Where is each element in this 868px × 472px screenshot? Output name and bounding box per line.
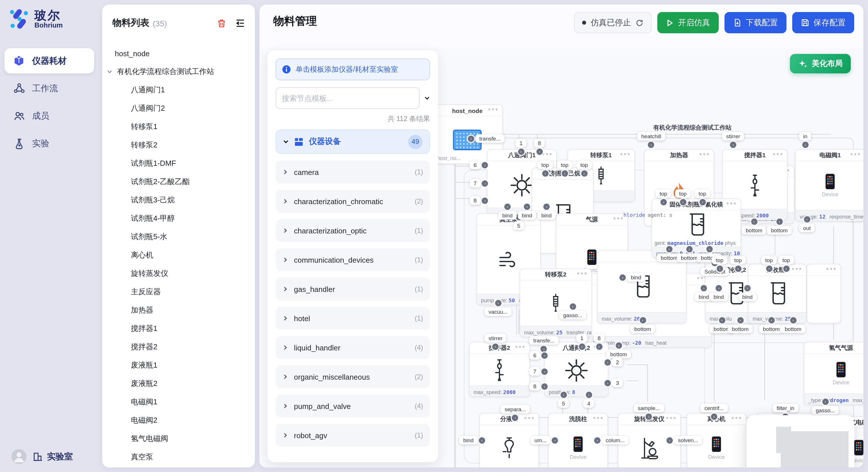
- tree-item[interactable]: 旋转蒸发仪: [102, 264, 255, 283]
- search-input[interactable]: [276, 87, 420, 109]
- refresh-icon[interactable]: [636, 19, 644, 27]
- port-bottom[interactable]: bottom›: [606, 350, 631, 359]
- port-dot-icon[interactable]: ›: [737, 317, 743, 324]
- port-dot-icon[interactable]: ›: [619, 274, 626, 280]
- port-dot-icon[interactable]: ›: [541, 346, 547, 352]
- category-item-organic_miscellaneous[interactable]: organic_miscellaneous(2): [276, 365, 430, 388]
- port-bind[interactable]: bind›: [459, 436, 477, 444]
- port-7[interactable]: 7›: [470, 179, 481, 188]
- port-dot-icon[interactable]: ›: [504, 204, 510, 210]
- port-top[interactable]: top›: [712, 256, 727, 264]
- collapse-tree-icon[interactable]: [235, 18, 246, 29]
- port-dot-icon[interactable]: ›: [594, 437, 600, 443]
- port-dot-icon[interactable]: ›: [468, 135, 474, 142]
- node-menu-icon[interactable]: ●●●: [593, 415, 604, 420]
- tree-item[interactable]: 试剂瓶4-甲醇: [102, 209, 255, 228]
- port-heatchill[interactable]: heatchill›: [637, 132, 665, 140]
- beautify-layout-button[interactable]: 美化布局: [790, 54, 851, 73]
- port-4[interactable]: 4›: [583, 399, 594, 408]
- port-dot-icon[interactable]: ›: [716, 266, 723, 272]
- node-menu-icon[interactable]: ●●●: [542, 151, 553, 157]
- port-dot-icon[interactable]: ›: [719, 317, 725, 324]
- sidebar-item-实验[interactable]: 实验: [5, 131, 94, 156]
- port-sample...[interactable]: sample...›: [634, 404, 664, 412]
- port-6[interactable]: 6›: [529, 351, 540, 360]
- port-bottom[interactable]: bottom›: [742, 226, 766, 235]
- node-menu-icon[interactable]: ●●●: [826, 266, 837, 271]
- port-centrif...[interactable]: centrif...›: [701, 404, 728, 412]
- tree-item[interactable]: 真空泵: [102, 448, 255, 466]
- port-dot-icon[interactable]: ›: [706, 246, 712, 252]
- port-8[interactable]: 8›: [529, 382, 540, 391]
- port-dot-icon[interactable]: ›: [479, 437, 485, 443]
- port-top[interactable]: top›: [557, 161, 572, 169]
- port-dot-icon[interactable]: ›: [604, 359, 611, 365]
- canvas-node-转移泵2[interactable]: 转移泵2●●●max_volume: 25transfer_rate: 10: [520, 268, 592, 337]
- category-group-instruments[interactable]: 仪器设备 49: [276, 130, 430, 154]
- port-dot-icon[interactable]: ›: [744, 285, 751, 291]
- port-dot-icon[interactable]: ›: [586, 392, 592, 398]
- canvas-node-八通阀门2[interactable]: 八通阀门2●●●positions: 8: [544, 342, 609, 397]
- port-gasso...[interactable]: gasso...›: [812, 406, 839, 415]
- tree-item[interactable]: 主反应器: [102, 283, 255, 301]
- port-5[interactable]: 5›: [558, 399, 569, 408]
- port-dot-icon[interactable]: ›: [579, 343, 585, 350]
- port-stirrer[interactable]: stirrer›: [485, 334, 507, 342]
- port-top[interactable]: top›: [778, 256, 794, 264]
- port-dot-icon[interactable]: ›: [711, 413, 717, 420]
- port-dot-icon[interactable]: ›: [518, 148, 524, 155]
- node-menu-icon[interactable]: ●●●: [732, 415, 742, 420]
- port-dot-icon[interactable]: ›: [482, 162, 488, 168]
- port-dot-icon[interactable]: ›: [581, 170, 587, 177]
- tree-item[interactable]: 加热器: [102, 301, 255, 319]
- category-item-robot_agv[interactable]: robot_agv(1): [276, 424, 430, 447]
- port-bottom[interactable]: bottom›: [767, 226, 792, 235]
- port-SolidOut[interactable]: SolidOut›: [701, 267, 730, 276]
- port-out[interactable]: out›: [799, 224, 815, 232]
- port-bottom[interactable]: bottom›: [759, 325, 784, 333]
- port-top[interactable]: top›: [537, 161, 553, 169]
- port-dot-icon[interactable]: ›: [822, 399, 828, 405]
- node-menu-icon[interactable]: ●●●: [515, 344, 526, 349]
- node-menu-icon[interactable]: ●●●: [613, 216, 624, 221]
- port-dot-icon[interactable]: ›: [776, 218, 782, 225]
- node-menu-icon[interactable]: ●●●: [620, 151, 631, 157]
- port-dot-icon[interactable]: ›: [686, 246, 692, 252]
- node-menu-icon[interactable]: ●●●: [773, 151, 784, 157]
- node-menu-icon[interactable]: ●●●: [850, 151, 861, 157]
- node-menu-icon[interactable]: ●●●: [699, 151, 710, 157]
- tree-item[interactable]: 八通阀门1: [102, 81, 255, 99]
- port-bind[interactable]: bind›: [710, 293, 728, 301]
- category-item-communication_devices[interactable]: communication_devices(1): [276, 248, 430, 271]
- port-top[interactable]: top›: [761, 256, 777, 264]
- port-bottom[interactable]: bottom›: [728, 325, 753, 333]
- port-solven...[interactable]: solven...›: [674, 436, 702, 444]
- category-item-characterization_optic[interactable]: characterization_optic(1): [276, 219, 430, 242]
- port-bind[interactable]: bind›: [498, 211, 517, 220]
- avatar[interactable]: [11, 449, 26, 464]
- tree-item[interactable]: 试剂瓶2-乙酸乙酯: [102, 173, 255, 191]
- port-dot-icon[interactable]: ›: [766, 266, 772, 272]
- port-bind[interactable]: bind›: [518, 211, 536, 220]
- port-top[interactable]: top›: [577, 161, 592, 169]
- canvas-node-分液器[interactable]: 分液器●●●volume: 250has_phases: true: [479, 413, 539, 467]
- port-3[interactable]: 3›: [612, 378, 623, 387]
- port-top[interactable]: top›: [675, 189, 691, 198]
- port-dot-icon[interactable]: ›: [646, 413, 652, 420]
- port-6[interactable]: 6›: [470, 161, 481, 169]
- port-dot-icon[interactable]: ›: [783, 266, 789, 272]
- tree-item[interactable]: 离心机: [102, 246, 255, 264]
- tree-item[interactable]: 废液瓶1: [102, 356, 255, 374]
- canvas-node-固体试剂瓶3-氯化镁[interactable]: 固体试剂瓶3-氯化镁●●●gent: magnesium_chloride ph…: [652, 198, 741, 258]
- port-filter_in[interactable]: filter_in›: [773, 404, 798, 412]
- port-dot-icon[interactable]: ›: [716, 285, 722, 291]
- port-dot-icon[interactable]: ›: [512, 415, 518, 421]
- port-separa...[interactable]: separa...›: [501, 405, 530, 413]
- node-menu-icon[interactable]: ●●●: [666, 415, 677, 420]
- port-top[interactable]: top›: [730, 256, 746, 264]
- port-dot-icon[interactable]: ›: [541, 368, 548, 374]
- port-bottom[interactable]: bottom›: [630, 325, 655, 333]
- category-item-liquid_handler[interactable]: liquid_handler(4): [276, 336, 430, 359]
- port-dot-icon[interactable]: ›: [596, 343, 602, 350]
- port-dot-icon[interactable]: ›: [680, 199, 686, 205]
